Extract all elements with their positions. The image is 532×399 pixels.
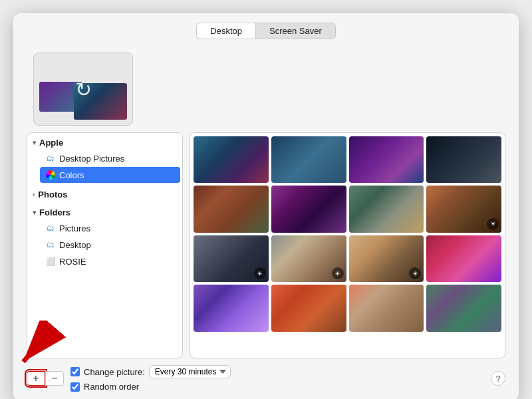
sidebar-item-pictures[interactable]: 🗂 Pictures [40, 220, 180, 236]
apple-children: 🗂 Desktop Pictures Colors [27, 150, 182, 183]
chevron-right-icon: › [33, 191, 35, 198]
preferences-window: Desktop Screen Saver ↻ ▾ Apple [13, 13, 519, 399]
tab-screensaver[interactable]: Screen Saver [255, 23, 336, 39]
sidebar-item-rosie[interactable]: ⬜ ROSIE [40, 253, 180, 269]
tab-desktop[interactable]: Desktop [196, 23, 255, 39]
sidebar-header-folders[interactable]: ▾ Folders [27, 204, 182, 219]
pictures-label: Pictures [59, 223, 90, 233]
folders-label: Folders [39, 207, 70, 217]
folder-icon-pictures: 🗂 [45, 223, 56, 233]
sidebar-header-apple[interactable]: ▾ Apple [27, 134, 182, 150]
rosie-label: ROSIE [59, 257, 86, 267]
add-button[interactable]: + [27, 371, 45, 386]
random-order-label: Random order [84, 382, 139, 392]
colors-label: Colors [59, 170, 84, 180]
apple-label: Apple [39, 138, 63, 148]
image-grid: ☀ ☀ ☀ ☀ [190, 132, 505, 358]
random-order-checkbox[interactable] [70, 382, 80, 392]
colors-icon [45, 170, 56, 180]
chevron-down-icon-folders: ▾ [33, 209, 36, 216]
thumb-4[interactable] [426, 136, 501, 183]
thumb-12[interactable] [426, 235, 501, 282]
random-order-row: Random order [70, 382, 484, 392]
tab-bar: Desktop Screen Saver [13, 13, 519, 46]
photos-section: › Photos [27, 185, 182, 203]
sidebar-item-desktop-pictures[interactable]: 🗂 Desktop Pictures [40, 150, 180, 166]
thumb-5[interactable] [194, 186, 269, 232]
sidebar: ▾ Apple 🗂 Desktop Pictures Colors [27, 132, 183, 358]
thumb-6[interactable] [271, 186, 346, 232]
preview-box: ↻ [33, 53, 133, 126]
options-area: Change picture: Every 5 seconds Every 1 … [70, 365, 484, 392]
sidebar-header-photos[interactable]: › Photos [27, 186, 182, 201]
folder-icon: 🗂 [45, 153, 56, 164]
photos-label: Photos [38, 190, 67, 200]
interval-dropdown[interactable]: Every 5 seconds Every 1 minute Every 5 m… [149, 365, 231, 378]
disk-icon: ⬜ [45, 256, 56, 267]
folders-children: 🗂 Pictures 🗂 Desktop ⬜ ROSIE [27, 220, 182, 269]
thumb-15[interactable] [349, 285, 424, 331]
remove-button[interactable]: − [45, 371, 64, 386]
bottom-controls: + − Change picture: Every 5 seconds Ever… [27, 358, 505, 392]
change-picture-checkbox[interactable] [70, 367, 80, 376]
help-button[interactable]: ? [491, 371, 505, 386]
thumb-2[interactable] [271, 136, 346, 183]
refresh-icon: ↻ [75, 78, 92, 101]
preview-area: ↻ [27, 46, 505, 132]
thumb-7[interactable] [349, 186, 424, 232]
sidebar-item-desktop-folder[interactable]: 🗂 Desktop [40, 237, 180, 253]
panels: ▾ Apple 🗂 Desktop Pictures Colors [27, 132, 505, 358]
change-picture-row: Change picture: Every 5 seconds Every 1 … [70, 365, 484, 378]
thumb-13[interactable] [194, 285, 269, 331]
folders-section: ▾ Folders 🗂 Pictures 🗂 Desktop [27, 203, 182, 271]
thumb-10[interactable]: ☀ [271, 235, 346, 282]
change-picture-label: Change picture: [84, 367, 145, 377]
thumb-badge-10: ☀ [332, 267, 344, 279]
desktop-pictures-label: Desktop Pictures [59, 154, 124, 164]
thumb-11[interactable]: ☀ [349, 235, 424, 282]
folder-icon-desktop: 🗂 [45, 239, 56, 250]
desktop-folder-label: Desktop [59, 240, 91, 250]
thumb-1[interactable] [194, 136, 269, 183]
apple-section: ▾ Apple 🗂 Desktop Pictures Colors [27, 133, 182, 185]
chevron-down-icon: ▾ [33, 139, 36, 146]
thumb-badge-8: ☀ [487, 218, 499, 230]
thumb-16[interactable] [426, 285, 501, 331]
thumb-8[interactable]: ☀ [426, 186, 501, 232]
thumb-14[interactable] [271, 285, 346, 331]
thumb-3[interactable] [349, 136, 424, 183]
main-content: ↻ ▾ Apple 🗂 Desktop Pictures [13, 46, 519, 399]
sidebar-item-colors[interactable]: Colors [40, 167, 180, 183]
thumb-9[interactable]: ☀ [194, 235, 269, 282]
add-remove-area: + − [27, 371, 64, 386]
